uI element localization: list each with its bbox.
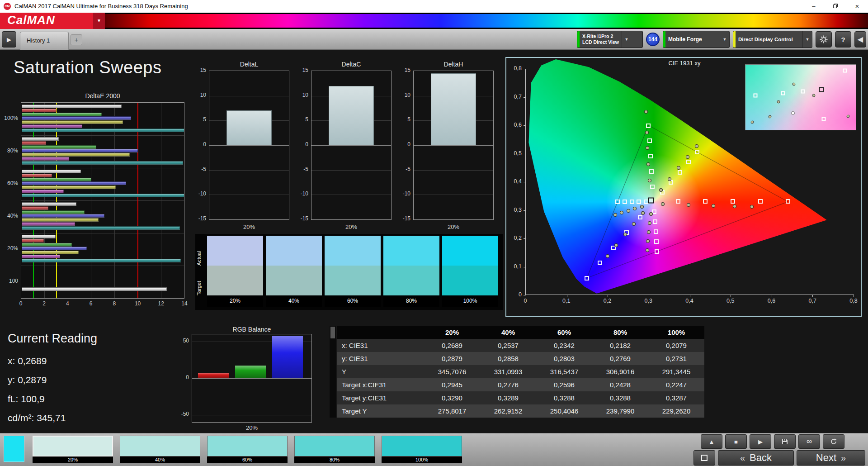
deltae-bar — [22, 181, 126, 185]
table-cell: 0,2776 — [480, 378, 536, 391]
deltae-bar — [22, 247, 87, 250]
inset-marker — [750, 120, 754, 124]
collapse-panel-button[interactable]: ▲ — [701, 434, 722, 449]
pattern-swatch[interactable]: 80% — [294, 436, 375, 463]
help-button[interactable]: ? — [835, 31, 851, 48]
inset-marker — [843, 68, 847, 72]
grid-line — [21, 168, 184, 168]
cie-target-marker — [654, 239, 659, 244]
deltae-bar — [22, 149, 138, 152]
chevron-down-icon[interactable]: ▼ — [720, 31, 729, 48]
axis-tick-label: 0,1 — [505, 263, 522, 270]
pattern-swatch[interactable]: 20% — [33, 436, 113, 463]
close-button[interactable]: × — [846, 0, 868, 13]
table-cell: 291,3445 — [648, 365, 704, 378]
target-swatch — [266, 266, 322, 295]
axis-tick-label: -50 — [175, 411, 189, 417]
inset-marker — [791, 111, 795, 115]
axis-tick-label: 50 — [175, 338, 189, 344]
source-dropdown[interactable]: Mobile Forge ▼ — [663, 31, 730, 48]
grid-line — [209, 96, 289, 96]
deltae-bar — [22, 218, 99, 222]
meter-dropdown[interactable]: X-Rite i1Pro 2 LCD Direct View ▼ — [577, 31, 643, 48]
current-reading-title: Current Reading — [8, 332, 97, 346]
next-button[interactable]: Next » — [797, 450, 865, 466]
cie-measured-marker — [627, 209, 630, 213]
deltae-bar — [22, 185, 116, 189]
deltae-x-axis: 02468101214 — [21, 300, 184, 308]
deltae-bar — [22, 259, 181, 262]
pattern-swatch[interactable]: 40% — [120, 436, 200, 463]
deltal-chart-title: DeltaL — [240, 61, 258, 68]
table-cell: 262,9152 — [480, 404, 536, 418]
deltae-bar — [22, 202, 76, 206]
chevron-down-icon[interactable]: ▼ — [802, 31, 812, 48]
chevron-down-icon[interactable]: ▼ — [622, 31, 631, 48]
axis-tick-label: 100% — [0, 115, 18, 121]
nav-forward-button[interactable]: ▶ — [2, 31, 16, 48]
cie-target-marker — [647, 138, 652, 143]
continuous-measure-button[interactable]: ∞ — [798, 434, 820, 449]
deltae-bar — [22, 161, 183, 165]
back-label: Back — [750, 452, 772, 464]
pattern-swatch[interactable]: 100% — [382, 436, 462, 463]
deltah-chart-title: DeltaH — [444, 61, 463, 68]
table-cell: 0,3290 — [424, 391, 480, 404]
deltaH-bar — [431, 73, 476, 145]
deltae-bar — [22, 153, 130, 157]
cie-target-marker — [637, 200, 641, 204]
grid-line — [209, 170, 289, 171]
pattern-swatch-label: 60% — [207, 456, 288, 463]
grid-line — [311, 170, 391, 171]
cie-measured-marker — [644, 110, 648, 114]
axis-tick-label: 5 — [295, 116, 308, 123]
inset-marker — [781, 91, 785, 95]
table-row-label: Target x:CIE31 — [337, 378, 424, 391]
deltae-bar — [22, 243, 72, 247]
target-swatch — [325, 266, 381, 295]
calman-logo-button[interactable]: CalMAN ▼ — [0, 13, 105, 29]
tab-history-1[interactable]: History 1 — [20, 32, 69, 50]
settings-button[interactable] — [816, 31, 832, 48]
back-button[interactable]: « Back — [718, 450, 794, 466]
axis-tick-label: 0,1 — [562, 298, 570, 304]
loop-button[interactable] — [823, 434, 844, 449]
axis-tick-label: 0,5 — [505, 150, 522, 157]
deltae-bar — [22, 124, 82, 128]
inset-marker — [793, 83, 796, 86]
cie-target-marker — [703, 199, 708, 204]
actual-swatch — [442, 236, 498, 266]
swatch-column: 40% — [266, 236, 322, 307]
display-control-dropdown[interactable]: Direct Display Control ▼ — [733, 31, 812, 48]
axis-tick-label: 0 — [175, 374, 189, 380]
table-cell: 250,4046 — [536, 404, 592, 418]
cie-measured-marker — [646, 162, 650, 166]
table-cell: 0,2879 — [424, 352, 480, 365]
cie-y-axis: 00,10,20,30,40,50,60,70,8 — [505, 69, 524, 295]
pattern-window-button[interactable] — [693, 450, 715, 466]
table-cell: 0,2247 — [648, 378, 704, 391]
cie-target-marker — [731, 199, 735, 204]
pattern-swatch[interactable]: 60% — [207, 436, 288, 463]
maximize-button[interactable] — [825, 0, 846, 13]
grid-line — [21, 200, 184, 201]
restore-icon — [833, 3, 838, 9]
table-cell: 0,3288 — [536, 391, 592, 404]
scrollbar-thumb[interactable] — [330, 327, 335, 338]
add-tab-button[interactable]: + — [71, 34, 82, 45]
play-button[interactable]: ▶ — [750, 434, 771, 449]
deltaC-bar — [329, 86, 374, 145]
stop-button[interactable]: ■ — [725, 434, 747, 449]
table-cell: 0,2945 — [424, 378, 480, 391]
save-icon — [781, 438, 788, 445]
save-button[interactable] — [774, 434, 796, 449]
reference-line — [56, 103, 57, 298]
swatch-caption: 60% — [325, 295, 381, 307]
table-scrollbar[interactable] — [330, 326, 336, 418]
logo-dropdown-icon[interactable]: ▼ — [93, 13, 105, 29]
nav-back-button[interactable]: ◀ — [854, 31, 866, 48]
minimize-button[interactable]: − — [803, 0, 825, 13]
axis-tick-label: 0,4 — [685, 298, 693, 304]
cie-measured-marker — [632, 222, 636, 226]
next-label: Next — [816, 452, 836, 464]
